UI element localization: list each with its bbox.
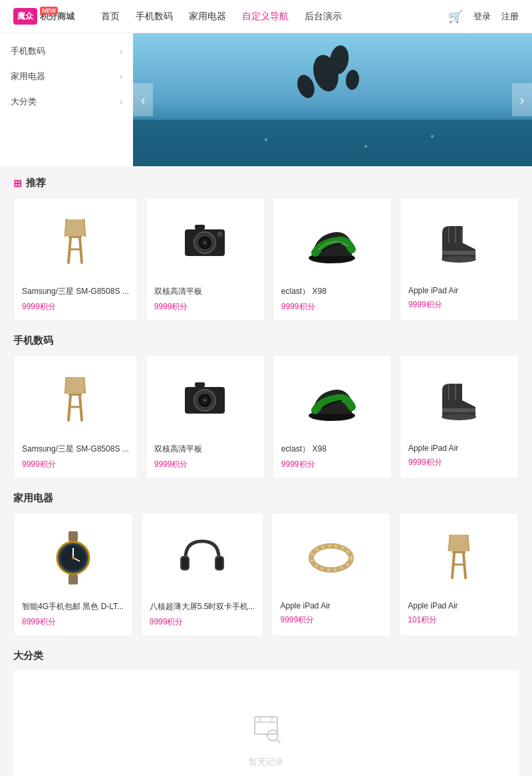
product-card[interactable]: 双核高清平板 9999积分	[146, 355, 265, 479]
logo-badge: NEW	[40, 7, 58, 15]
header-right: 🛒 登录 注册	[448, 9, 519, 24]
product-name: Samsung/三星 SM-G8508S ...	[22, 444, 129, 455]
svg-line-59	[467, 535, 469, 551]
banner-prev-button[interactable]: ‹	[133, 83, 153, 116]
nav-custom[interactable]: 自定义导航	[242, 11, 289, 23]
svg-point-22	[217, 231, 223, 237]
product-card[interactable]: eclast） X98 9999积分	[273, 197, 392, 321]
product-image	[22, 521, 124, 594]
cart-icon[interactable]: 🛒	[448, 9, 463, 24]
svg-point-24	[442, 256, 476, 263]
login-button[interactable]: 登录	[473, 11, 491, 23]
banner-svg	[133, 33, 532, 166]
chair-svg	[45, 213, 105, 273]
product-card[interactable]: eclast） X98 9999积分	[273, 355, 392, 479]
product-card[interactable]: 八核超薄大屏5.5时双卡手机... 9999积分	[141, 513, 264, 636]
svg-rect-49	[182, 557, 188, 569]
appliances-title: 家用电器	[13, 492, 519, 505]
product-image	[154, 364, 256, 437]
svg-point-7	[364, 145, 367, 148]
product-image	[280, 521, 382, 594]
product-price: 9999积分	[22, 301, 129, 313]
sidebar: 手机数码 › 家用电器 › 大分类 ›	[0, 33, 133, 166]
product-image	[154, 206, 256, 279]
product-image	[408, 364, 510, 437]
product-name: Apple iPad Air	[408, 444, 510, 453]
phones-grid: Samsung/三星 SM-G8508S ... 9999积分	[13, 355, 519, 479]
empty-state: 暂无记录	[27, 684, 505, 776]
categories-title: 大分类	[13, 650, 519, 662]
product-card[interactable]: Samsung/三星 SM-G8508S ... 9999积分	[13, 355, 138, 479]
recommended-grid: Samsung/三星 SM-G8508S ... 9999积分	[13, 197, 519, 321]
svg-line-31	[84, 377, 85, 394]
sidebar-label: 大分类	[11, 96, 37, 108]
svg-rect-25	[65, 377, 85, 394]
svg-point-8	[431, 135, 434, 138]
sidebar-item-categories[interactable]: 大分类 ›	[0, 89, 133, 114]
product-price: 9999积分	[408, 299, 510, 311]
svg-line-65	[277, 739, 280, 743]
header: 魔众 积分商城 NEW 首页 手机数码 家用电器 自定义导航 后台演示 🛒 登录…	[0, 0, 532, 33]
register-button[interactable]: 注册	[501, 11, 519, 23]
product-image	[281, 364, 383, 437]
product-name: eclast） X98	[281, 444, 383, 455]
nav-demo[interactable]: 后台演示	[305, 11, 342, 23]
svg-rect-50	[216, 557, 223, 569]
sidebar-label: 手机数码	[11, 45, 45, 57]
product-image	[22, 364, 129, 437]
svg-rect-41	[68, 575, 78, 584]
product-price: 8999积分	[22, 616, 124, 628]
product-price: 9999积分	[281, 459, 383, 470]
product-price: 9999积分	[154, 301, 256, 313]
product-card[interactable]: 智能4G手机包邮 黑色 D-LT... 8999积分	[13, 513, 133, 636]
product-price: 9999积分	[22, 459, 129, 470]
product-price: 9999积分	[280, 614, 382, 626]
svg-line-14	[65, 219, 66, 236]
chevron-right-icon: ›	[120, 47, 122, 55]
phones-title: 手机数码	[13, 334, 519, 347]
nav-appliances[interactable]: 家用电器	[189, 11, 226, 23]
sidebar-item-phones[interactable]: 手机数码 ›	[0, 39, 133, 64]
svg-point-6	[265, 138, 267, 141]
sidebar-item-appliances[interactable]: 家用电器 ›	[0, 64, 133, 89]
svg-rect-40	[68, 531, 78, 541]
recommended-section: ⊞ 推荐	[13, 177, 519, 321]
product-card[interactable]: Apple iPad Air 9999积分	[400, 355, 519, 479]
empty-text: 暂无记录	[249, 756, 283, 768]
banner-next-button[interactable]: ›	[512, 83, 532, 116]
product-name: Samsung/三星 SM-G8508S ...	[22, 286, 129, 297]
product-image	[281, 206, 383, 279]
nav-home[interactable]: 首页	[101, 11, 120, 23]
product-name: 双核高清平板	[154, 444, 256, 455]
nav-phones[interactable]: 手机数码	[136, 11, 173, 23]
product-card[interactable]: Apple iPad Air 101积分	[399, 513, 519, 636]
recommended-title: ⊞ 推荐	[13, 177, 519, 190]
product-name: Apple iPad Air	[408, 601, 510, 610]
product-card[interactable]: Apple iPad Air 9999积分	[271, 513, 391, 636]
hero-section: 手机数码 › 家用电器 › 大分类 ›	[0, 33, 532, 166]
boots-svg	[429, 213, 489, 273]
product-image	[408, 521, 510, 594]
main-nav: 首页 手机数码 家用电器 自定义导航 后台演示	[101, 11, 342, 23]
sidebar-label: 家用电器	[11, 70, 45, 82]
product-price: 9999积分	[154, 459, 256, 470]
product-card[interactable]: Samsung/三星 SM-G8508S ... 9999积分	[13, 197, 138, 321]
svg-line-15	[84, 219, 85, 236]
product-name: eclast） X98	[281, 286, 383, 297]
product-name: 八核超薄大屏5.5时双卡手机...	[150, 601, 255, 612]
svg-rect-60	[255, 717, 277, 734]
logo[interactable]: 魔众 积分商城 NEW	[13, 8, 74, 25]
product-card[interactable]: Apple iPad Air 9999积分	[400, 197, 519, 321]
svg-rect-1	[133, 120, 532, 166]
svg-rect-37	[195, 382, 205, 387]
svg-rect-21	[195, 225, 205, 229]
chevron-right-icon: ›	[120, 98, 122, 106]
product-image	[408, 206, 510, 279]
product-card[interactable]: 双核高清平板 9999积分	[146, 197, 265, 321]
product-name: 双核高清平板	[154, 286, 256, 297]
svg-line-58	[449, 535, 450, 551]
product-image	[22, 206, 129, 279]
product-price: 9999积分	[281, 301, 383, 313]
main-content: ⊞ 推荐	[0, 177, 532, 776]
banner: ‹ ›	[133, 33, 532, 166]
